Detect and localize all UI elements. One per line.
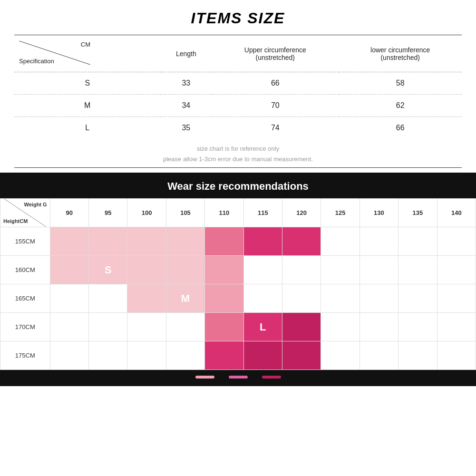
cell-155-140 [437, 227, 476, 256]
wear-title: Wear size recommendations [0, 173, 476, 198]
weight-125: 125 [321, 199, 359, 227]
cell-170-95 [89, 313, 127, 341]
cell-165-135 [398, 284, 437, 313]
legend-bar-m [229, 376, 248, 379]
size-s-label: S [14, 72, 161, 95]
weight-95: 95 [89, 199, 127, 227]
cell-165-110 [205, 284, 243, 313]
weight-100: 100 [127, 199, 166, 227]
cell-165-100 [127, 284, 166, 313]
cell-160-105 [166, 256, 204, 284]
size-s-upper: 66 [212, 72, 339, 95]
weight-115: 115 [243, 199, 282, 227]
wear-section: Wear size recommendations Weight G Heigh… [0, 173, 476, 386]
weight-135: 135 [398, 199, 437, 227]
cell-155-115 [243, 227, 282, 256]
height-170: 170CM [0, 313, 50, 341]
page-title: ITEMS SIZE [14, 10, 462, 27]
cell-155-95 [89, 227, 127, 256]
items-size-section: ITEMS SIZE Specification CM Length [0, 0, 476, 173]
weight-140: 140 [437, 199, 476, 227]
size-row-m: M 34 70 62 [14, 95, 462, 117]
size-s-lower: 58 [339, 72, 462, 95]
legend-bar-l [262, 376, 281, 379]
size-m-length: 34 [161, 95, 212, 117]
cell-175-115 [243, 341, 282, 370]
cell-170-115: L [243, 313, 282, 341]
height-165: 165CM [0, 284, 50, 313]
corner-header: Weight G HeightCM [0, 199, 50, 227]
cell-170-120 [282, 313, 321, 341]
cell-165-90 [50, 284, 88, 313]
size-s-indicator: S [89, 256, 127, 284]
cell-155-110 [205, 227, 243, 256]
cell-175-125 [321, 341, 359, 370]
cell-175-100 [127, 341, 166, 370]
cell-155-135 [398, 227, 437, 256]
cell-175-90 [50, 341, 88, 370]
size-table: Specification CM Length Upper circumfere… [14, 35, 462, 139]
size-table-container: Specification CM Length Upper circumfere… [14, 35, 462, 168]
spec-header: Specification CM [14, 35, 161, 72]
size-l-indicator: L [244, 313, 282, 341]
weight-90: 90 [50, 199, 88, 227]
legend-bar-s [195, 376, 214, 379]
cell-175-110 [205, 341, 243, 370]
cell-175-95 [89, 341, 127, 370]
cell-165-95 [89, 284, 127, 313]
cell-170-100 [127, 313, 166, 341]
length-header: Length [161, 35, 212, 72]
cell-165-120 [282, 284, 321, 313]
corner-diagonal-icon [0, 199, 50, 227]
cell-170-140 [437, 313, 476, 341]
cell-170-90 [50, 313, 88, 341]
cell-155-120 [282, 227, 321, 256]
cell-160-90 [50, 256, 88, 284]
cell-160-100 [127, 256, 166, 284]
cell-175-105 [166, 341, 204, 370]
cell-160-110 [205, 256, 243, 284]
legend-m [229, 376, 248, 379]
size-m-lower: 62 [339, 95, 462, 117]
cell-175-135 [398, 341, 437, 370]
size-l-length: 35 [161, 117, 212, 139]
cell-160-140 [437, 256, 476, 284]
size-m-upper: 70 [212, 95, 339, 117]
weight-110: 110 [205, 199, 243, 227]
size-note: size chart is for reference only please … [14, 139, 462, 167]
cell-165-125 [321, 284, 359, 313]
diagonal-line-icon [19, 41, 90, 65]
lower-header: lower circumference(unstretched) [339, 35, 462, 72]
cell-170-105 [166, 313, 204, 341]
row-170: 170CM L [0, 313, 476, 341]
cell-165-140 [437, 284, 476, 313]
size-l-lower: 66 [339, 117, 462, 139]
weight-105: 105 [166, 199, 204, 227]
row-175: 175CM [0, 341, 476, 370]
size-l-label: L [14, 117, 161, 139]
row-160: 160CM S [0, 256, 476, 284]
note-line1: size chart is for reference only [14, 144, 462, 154]
cell-160-115 [243, 256, 282, 284]
size-m-label: M [14, 95, 161, 117]
cell-160-125 [321, 256, 359, 284]
size-m-indicator: M [166, 284, 204, 312]
cell-175-130 [359, 341, 398, 370]
cell-165-105: M [166, 284, 204, 313]
cell-170-135 [398, 313, 437, 341]
size-row-s: S 33 66 58 [14, 72, 462, 95]
size-l-upper: 74 [212, 117, 339, 139]
cell-160-95: S [89, 256, 127, 284]
cell-160-120 [282, 256, 321, 284]
wear-grid: Weight G HeightCM 90 95 100 105 110 115 … [0, 198, 476, 370]
height-155: 155CM [0, 227, 50, 256]
cell-155-100 [127, 227, 166, 256]
cell-160-135 [398, 256, 437, 284]
cell-160-130 [359, 256, 398, 284]
wear-grid-container: Weight G HeightCM 90 95 100 105 110 115 … [0, 198, 476, 370]
legend-s [195, 376, 214, 379]
cell-170-130 [359, 313, 398, 341]
cell-165-130 [359, 284, 398, 313]
note-line2: please allow 1-3cm error due to manual m… [14, 154, 462, 165]
cell-155-130 [359, 227, 398, 256]
